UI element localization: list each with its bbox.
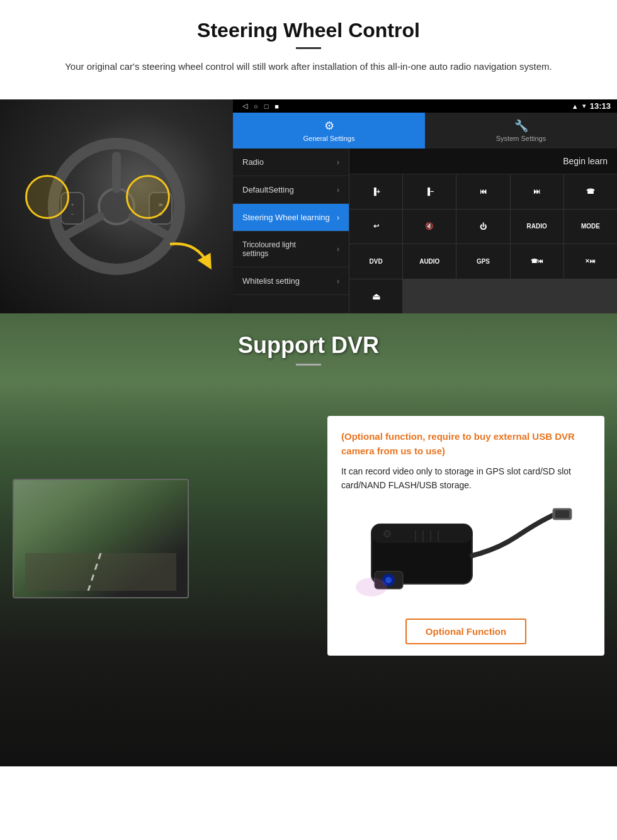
ctrl-phone[interactable]: ☎	[564, 174, 617, 209]
back-icon[interactable]: ◁	[242, 102, 247, 110]
ctrl-vol-down[interactable]: ▐−	[403, 174, 456, 209]
svg-point-16	[384, 530, 390, 537]
dvr-header: Support DVR	[0, 313, 617, 391]
dvr-right-panel: (Optional function, require to buy exter…	[327, 416, 604, 665]
menu-steering-label: Steering Wheel learning	[242, 213, 330, 222]
ctrl-mode[interactable]: MODE	[564, 210, 617, 244]
chevron-right-icon: ›	[337, 245, 339, 254]
menu-item-radio[interactable]: Radio ›	[233, 148, 349, 176]
begin-learn-button[interactable]: Begin learn	[563, 156, 608, 166]
ctrl-extra[interactable]: ⏏	[349, 279, 402, 314]
svg-rect-25	[555, 510, 569, 518]
tab-system-label: System Settings	[496, 135, 546, 142]
menu-icon[interactable]: ■	[275, 103, 279, 110]
title-divider	[296, 47, 321, 49]
arrow-icon	[164, 238, 214, 276]
page-title: Steering Wheel Control	[25, 19, 592, 42]
dvr-section: Support DVR (Optional function, require …	[0, 313, 617, 766]
settings-icon: ⚙	[324, 119, 334, 133]
svg-text:+: +	[71, 202, 74, 208]
steering-description: Your original car's steering wheel contr…	[50, 59, 567, 74]
android-content: Radio › DefaultSetting › Steering Wheel …	[233, 148, 617, 313]
begin-learn-area: Begin learn	[349, 148, 617, 174]
svg-point-23	[385, 577, 392, 583]
wifi-icon: ▾	[582, 102, 586, 110]
ctrl-power[interactable]: ⏻	[456, 210, 509, 244]
android-menu: Radio › DefaultSetting › Steering Wheel …	[233, 148, 349, 313]
ctrl-radio[interactable]: RADIO	[511, 210, 563, 244]
dvr-lower: (Optional function, require to buy exter…	[0, 416, 617, 665]
optional-function-button[interactable]: Optional Function	[405, 619, 526, 644]
android-right-panel: Begin learn ▐+ ▐− ⏮ ⏭ ☎ ↩ 🔇 ⏻ R	[349, 148, 617, 313]
dvr-thumb-inner	[14, 480, 188, 597]
menu-radio-label: Radio	[242, 157, 264, 167]
menu-item-steering-wheel[interactable]: Steering Wheel learning ›	[233, 204, 349, 232]
dvr-camera-icon	[353, 499, 579, 612]
highlight-left-icon	[25, 175, 69, 219]
ctrl-dvd[interactable]: DVD	[349, 244, 402, 279]
svg-rect-12	[25, 553, 176, 591]
home-icon[interactable]: ○	[254, 103, 258, 110]
ctrl-mute[interactable]: 🔇	[403, 210, 456, 244]
menu-default-label: DefaultSetting	[242, 185, 294, 194]
svg-text:−: −	[71, 211, 74, 217]
menu-item-default-setting[interactable]: DefaultSetting ›	[233, 176, 349, 204]
road-markings-icon	[25, 553, 176, 591]
menu-whitelist-label: Whitelist setting	[242, 276, 300, 286]
dvr-left-panel	[13, 416, 315, 665]
steering-photo: + − ≫ ↺	[0, 99, 233, 313]
svg-point-26	[356, 578, 387, 596]
dvr-optional-heading: (Optional function, require to buy exter…	[341, 430, 591, 458]
dvr-thumbnail	[13, 479, 189, 598]
chevron-right-icon: ›	[337, 277, 339, 286]
ctrl-next-track[interactable]: ⏭	[511, 174, 563, 209]
signal-icon: ▲	[572, 103, 579, 110]
chevron-right-icon: ›	[337, 186, 339, 194]
menu-item-whitelist[interactable]: Whitelist setting ›	[233, 267, 349, 295]
dvr-divider	[296, 364, 321, 366]
ctrl-hangup[interactable]: ↩	[349, 210, 402, 244]
steering-demo: + − ≫ ↺	[0, 99, 617, 313]
system-icon: 🔧	[514, 119, 528, 133]
chevron-right-icon: ›	[337, 158, 339, 167]
chevron-right-icon: ›	[337, 213, 339, 222]
android-tabs: ⚙ General Settings 🔧 System Settings	[233, 113, 617, 148]
steering-section: Steering Wheel Control Your original car…	[0, 0, 617, 313]
optional-function-area: Optional Function	[341, 619, 591, 644]
dvr-body-text: It can record video only to storage in G…	[341, 464, 591, 493]
ctrl-gps[interactable]: GPS	[456, 244, 509, 279]
dvr-title: Support DVR	[25, 332, 592, 359]
recent-icon[interactable]: □	[264, 103, 269, 110]
highlight-right-icon	[126, 175, 170, 219]
ctrl-skip-next[interactable]: ✕⏭	[564, 244, 617, 279]
ctrl-phone-prev[interactable]: ☎⏮	[511, 244, 563, 279]
tab-general-label: General Settings	[303, 135, 355, 142]
status-time: 13:13	[590, 101, 611, 111]
menu-tricoloured-label: Tricoloured lightsettings	[242, 240, 296, 258]
control-grid: ▐+ ▐− ⏮ ⏭ ☎ ↩ 🔇 ⏻ RADIO MODE DVD AUDIO	[349, 174, 617, 313]
ctrl-audio[interactable]: AUDIO	[403, 244, 456, 279]
tab-system-settings[interactable]: 🔧 System Settings	[425, 113, 617, 148]
tab-general-settings[interactable]: ⚙ General Settings	[233, 113, 425, 148]
menu-item-tricoloured[interactable]: Tricoloured lightsettings ›	[233, 232, 349, 267]
ctrl-vol-up[interactable]: ▐+	[349, 174, 402, 209]
android-statusbar: ◁ ○ □ ■ ▲ ▾ 13:13	[233, 99, 617, 113]
ctrl-prev-track[interactable]: ⏮	[456, 174, 509, 209]
dvr-camera-image	[341, 493, 591, 619]
android-panel: ◁ ○ □ ■ ▲ ▾ 13:13 ⚙ General Settings 🔧 S…	[233, 99, 617, 313]
dvr-info-card: (Optional function, require to buy exter…	[327, 416, 604, 656]
